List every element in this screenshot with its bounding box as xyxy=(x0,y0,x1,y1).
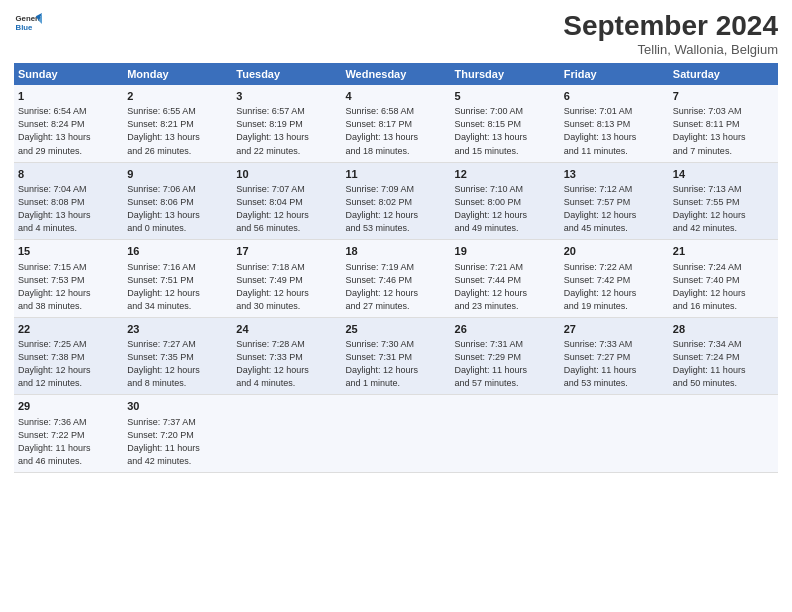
calendar-cell: 20Sunrise: 7:22 AM Sunset: 7:42 PM Dayli… xyxy=(560,240,669,318)
day-info: Sunrise: 7:18 AM Sunset: 7:49 PM Dayligh… xyxy=(236,261,337,313)
day-number: 20 xyxy=(564,244,665,259)
col-header-wednesday: Wednesday xyxy=(341,63,450,85)
day-info: Sunrise: 7:12 AM Sunset: 7:57 PM Dayligh… xyxy=(564,183,665,235)
calendar-cell: 14Sunrise: 7:13 AM Sunset: 7:55 PM Dayli… xyxy=(669,162,778,240)
col-header-friday: Friday xyxy=(560,63,669,85)
calendar-cell: 22Sunrise: 7:25 AM Sunset: 7:38 PM Dayli… xyxy=(14,317,123,395)
calendar-cell: 27Sunrise: 7:33 AM Sunset: 7:27 PM Dayli… xyxy=(560,317,669,395)
calendar-cell: 25Sunrise: 7:30 AM Sunset: 7:31 PM Dayli… xyxy=(341,317,450,395)
day-info: Sunrise: 7:36 AM Sunset: 7:22 PM Dayligh… xyxy=(18,416,119,468)
calendar-cell: 6Sunrise: 7:01 AM Sunset: 8:13 PM Daylig… xyxy=(560,85,669,162)
day-info: Sunrise: 7:10 AM Sunset: 8:00 PM Dayligh… xyxy=(455,183,556,235)
calendar-cell: 7Sunrise: 7:03 AM Sunset: 8:11 PM Daylig… xyxy=(669,85,778,162)
calendar-cell: 4Sunrise: 6:58 AM Sunset: 8:17 PM Daylig… xyxy=(341,85,450,162)
day-number: 17 xyxy=(236,244,337,259)
calendar-page: General Blue September 2024 Tellin, Wall… xyxy=(0,0,792,612)
day-number: 23 xyxy=(127,322,228,337)
day-number: 8 xyxy=(18,167,119,182)
day-info: Sunrise: 7:25 AM Sunset: 7:38 PM Dayligh… xyxy=(18,338,119,390)
day-info: Sunrise: 7:21 AM Sunset: 7:44 PM Dayligh… xyxy=(455,261,556,313)
day-info: Sunrise: 7:01 AM Sunset: 8:13 PM Dayligh… xyxy=(564,105,665,157)
calendar-cell: 18Sunrise: 7:19 AM Sunset: 7:46 PM Dayli… xyxy=(341,240,450,318)
day-info: Sunrise: 7:28 AM Sunset: 7:33 PM Dayligh… xyxy=(236,338,337,390)
day-info: Sunrise: 7:22 AM Sunset: 7:42 PM Dayligh… xyxy=(564,261,665,313)
day-number: 6 xyxy=(564,89,665,104)
day-number: 2 xyxy=(127,89,228,104)
day-number: 7 xyxy=(673,89,774,104)
calendar-cell: 2Sunrise: 6:55 AM Sunset: 8:21 PM Daylig… xyxy=(123,85,232,162)
col-header-thursday: Thursday xyxy=(451,63,560,85)
calendar-cell: 17Sunrise: 7:18 AM Sunset: 7:49 PM Dayli… xyxy=(232,240,341,318)
calendar-cell: 10Sunrise: 7:07 AM Sunset: 8:04 PM Dayli… xyxy=(232,162,341,240)
calendar-cell xyxy=(560,395,669,473)
week-row-1: 1Sunrise: 6:54 AM Sunset: 8:24 PM Daylig… xyxy=(14,85,778,162)
day-number: 15 xyxy=(18,244,119,259)
calendar-cell: 21Sunrise: 7:24 AM Sunset: 7:40 PM Dayli… xyxy=(669,240,778,318)
calendar-cell: 24Sunrise: 7:28 AM Sunset: 7:33 PM Dayli… xyxy=(232,317,341,395)
day-number: 13 xyxy=(564,167,665,182)
calendar-cell: 16Sunrise: 7:16 AM Sunset: 7:51 PM Dayli… xyxy=(123,240,232,318)
week-row-4: 22Sunrise: 7:25 AM Sunset: 7:38 PM Dayli… xyxy=(14,317,778,395)
calendar-cell: 26Sunrise: 7:31 AM Sunset: 7:29 PM Dayli… xyxy=(451,317,560,395)
day-info: Sunrise: 7:16 AM Sunset: 7:51 PM Dayligh… xyxy=(127,261,228,313)
day-number: 18 xyxy=(345,244,446,259)
svg-text:Blue: Blue xyxy=(16,23,34,32)
day-number: 27 xyxy=(564,322,665,337)
calendar-cell: 30Sunrise: 7:37 AM Sunset: 7:20 PM Dayli… xyxy=(123,395,232,473)
day-number: 29 xyxy=(18,399,119,414)
day-number: 22 xyxy=(18,322,119,337)
col-header-saturday: Saturday xyxy=(669,63,778,85)
day-info: Sunrise: 7:34 AM Sunset: 7:24 PM Dayligh… xyxy=(673,338,774,390)
calendar-cell: 19Sunrise: 7:21 AM Sunset: 7:44 PM Dayli… xyxy=(451,240,560,318)
day-number: 28 xyxy=(673,322,774,337)
day-info: Sunrise: 7:27 AM Sunset: 7:35 PM Dayligh… xyxy=(127,338,228,390)
calendar-cell xyxy=(341,395,450,473)
day-info: Sunrise: 7:19 AM Sunset: 7:46 PM Dayligh… xyxy=(345,261,446,313)
day-info: Sunrise: 7:15 AM Sunset: 7:53 PM Dayligh… xyxy=(18,261,119,313)
calendar-cell: 9Sunrise: 7:06 AM Sunset: 8:06 PM Daylig… xyxy=(123,162,232,240)
day-info: Sunrise: 7:37 AM Sunset: 7:20 PM Dayligh… xyxy=(127,416,228,468)
day-info: Sunrise: 7:33 AM Sunset: 7:27 PM Dayligh… xyxy=(564,338,665,390)
day-number: 4 xyxy=(345,89,446,104)
day-info: Sunrise: 7:04 AM Sunset: 8:08 PM Dayligh… xyxy=(18,183,119,235)
logo: General Blue xyxy=(14,10,42,38)
day-info: Sunrise: 7:06 AM Sunset: 8:06 PM Dayligh… xyxy=(127,183,228,235)
calendar-cell: 15Sunrise: 7:15 AM Sunset: 7:53 PM Dayli… xyxy=(14,240,123,318)
day-number: 12 xyxy=(455,167,556,182)
header-row: SundayMondayTuesdayWednesdayThursdayFrid… xyxy=(14,63,778,85)
calendar-cell xyxy=(232,395,341,473)
day-number: 5 xyxy=(455,89,556,104)
calendar-cell xyxy=(669,395,778,473)
col-header-tuesday: Tuesday xyxy=(232,63,341,85)
day-info: Sunrise: 6:54 AM Sunset: 8:24 PM Dayligh… xyxy=(18,105,119,157)
week-row-5: 29Sunrise: 7:36 AM Sunset: 7:22 PM Dayli… xyxy=(14,395,778,473)
calendar-cell: 23Sunrise: 7:27 AM Sunset: 7:35 PM Dayli… xyxy=(123,317,232,395)
day-number: 25 xyxy=(345,322,446,337)
day-number: 3 xyxy=(236,89,337,104)
header: General Blue September 2024 Tellin, Wall… xyxy=(14,10,778,57)
week-row-3: 15Sunrise: 7:15 AM Sunset: 7:53 PM Dayli… xyxy=(14,240,778,318)
day-info: Sunrise: 7:07 AM Sunset: 8:04 PM Dayligh… xyxy=(236,183,337,235)
day-number: 11 xyxy=(345,167,446,182)
col-header-sunday: Sunday xyxy=(14,63,123,85)
calendar-cell: 1Sunrise: 6:54 AM Sunset: 8:24 PM Daylig… xyxy=(14,85,123,162)
day-info: Sunrise: 7:30 AM Sunset: 7:31 PM Dayligh… xyxy=(345,338,446,390)
main-title: September 2024 xyxy=(563,10,778,42)
calendar-cell: 12Sunrise: 7:10 AM Sunset: 8:00 PM Dayli… xyxy=(451,162,560,240)
day-info: Sunrise: 7:03 AM Sunset: 8:11 PM Dayligh… xyxy=(673,105,774,157)
day-number: 24 xyxy=(236,322,337,337)
day-info: Sunrise: 7:00 AM Sunset: 8:15 PM Dayligh… xyxy=(455,105,556,157)
calendar-cell: 5Sunrise: 7:00 AM Sunset: 8:15 PM Daylig… xyxy=(451,85,560,162)
day-number: 30 xyxy=(127,399,228,414)
calendar-cell: 11Sunrise: 7:09 AM Sunset: 8:02 PM Dayli… xyxy=(341,162,450,240)
col-header-monday: Monday xyxy=(123,63,232,85)
week-row-2: 8Sunrise: 7:04 AM Sunset: 8:08 PM Daylig… xyxy=(14,162,778,240)
day-info: Sunrise: 7:13 AM Sunset: 7:55 PM Dayligh… xyxy=(673,183,774,235)
calendar-cell: 3Sunrise: 6:57 AM Sunset: 8:19 PM Daylig… xyxy=(232,85,341,162)
calendar-table: SundayMondayTuesdayWednesdayThursdayFrid… xyxy=(14,63,778,473)
day-number: 16 xyxy=(127,244,228,259)
day-number: 1 xyxy=(18,89,119,104)
logo-icon: General Blue xyxy=(14,10,42,38)
day-info: Sunrise: 7:24 AM Sunset: 7:40 PM Dayligh… xyxy=(673,261,774,313)
day-number: 9 xyxy=(127,167,228,182)
